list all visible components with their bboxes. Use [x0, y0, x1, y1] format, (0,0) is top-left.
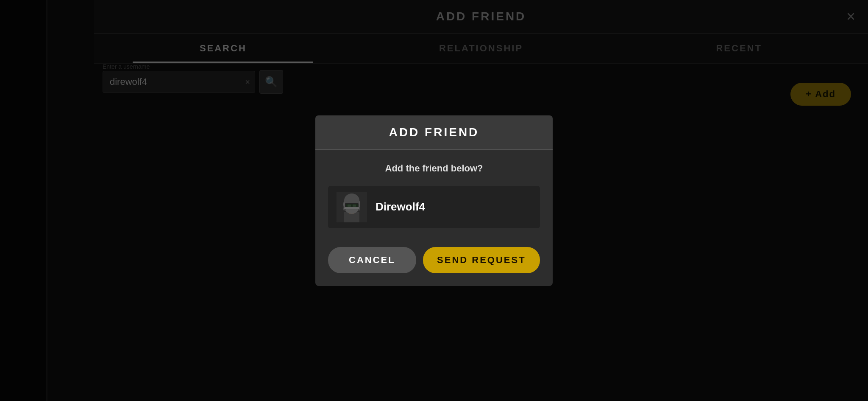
- cancel-button[interactable]: CANCEL: [328, 247, 416, 273]
- modal-body: Add the friend below?: [315, 150, 553, 247]
- svg-rect-11: [353, 205, 356, 207]
- avatar: [337, 192, 367, 222]
- add-friend-modal: ADD FRIEND Add the friend below?: [315, 115, 553, 286]
- modal-header: ADD FRIEND: [315, 115, 553, 150]
- modal-footer: CANCEL SEND REQUEST: [315, 247, 553, 286]
- modal-title: ADD FRIEND: [389, 126, 479, 139]
- send-request-button[interactable]: SEND REQUEST: [423, 247, 540, 273]
- modal-question: Add the friend below?: [328, 163, 540, 174]
- friend-card: Direwolf4: [328, 186, 540, 228]
- friend-name: Direwolf4: [376, 200, 425, 213]
- svg-rect-9: [344, 207, 359, 209]
- svg-rect-10: [348, 205, 351, 207]
